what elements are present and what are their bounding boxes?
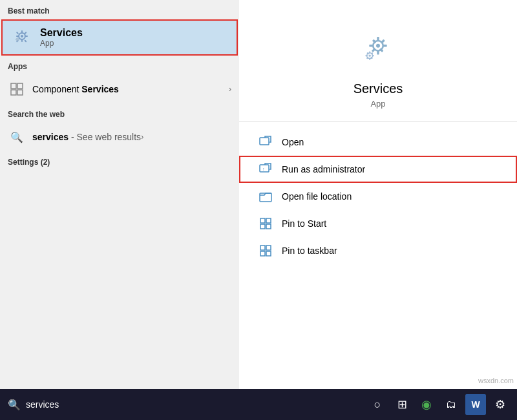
action-pin-to-taskbar[interactable]: Pin to taskbar <box>239 237 517 264</box>
svg-rect-33 <box>369 58 370 59</box>
component-services-icon <box>8 80 26 98</box>
taskbar-file-explorer[interactable]: 🗂 <box>441 394 461 415</box>
svg-rect-44 <box>260 218 265 223</box>
web-search-item[interactable]: 🔍 services - See web results › <box>0 123 239 151</box>
svg-rect-36 <box>371 52 374 55</box>
taskbar-task-view[interactable]: ⊞ <box>392 394 412 415</box>
svg-rect-45 <box>266 218 271 223</box>
svg-rect-50 <box>260 251 265 256</box>
component-services-bold: Services <box>81 84 119 94</box>
svg-rect-47 <box>266 224 271 229</box>
app-detail-panel: Services App Open ↑ Run as admin <box>239 0 517 420</box>
settings-section-label: Settings (2) <box>0 151 239 171</box>
taskbar-search-text: services <box>26 399 59 410</box>
pin-to-start-icon <box>258 216 273 231</box>
search-results: Best match <box>0 0 239 389</box>
svg-rect-48 <box>260 246 265 250</box>
action-open[interactable]: Open <box>239 129 517 156</box>
svg-rect-37 <box>366 57 369 59</box>
svg-text:↑: ↑ <box>262 167 265 171</box>
taskbar-right: ○ ⊞ ◉ 🗂 W ⚙ <box>239 389 517 420</box>
open-label: Open <box>282 137 304 147</box>
services-detail-icon <box>355 26 401 71</box>
svg-rect-40 <box>260 138 269 145</box>
taskbar-search-icon: 🔍 <box>8 399 21 411</box>
component-services-label: Component Services <box>32 84 229 94</box>
apps-section-label: Apps <box>0 56 239 75</box>
svg-point-11 <box>17 39 18 40</box>
svg-rect-46 <box>260 224 265 229</box>
svg-rect-3 <box>21 39 23 42</box>
svg-rect-17 <box>17 83 23 89</box>
svg-point-31 <box>368 54 370 56</box>
web-see-results: - See web results <box>71 132 141 142</box>
best-match-name: Services <box>40 27 83 39</box>
taskbar-search-area[interactable]: 🔍 services <box>8 399 59 411</box>
taskbar-left: 🔍 services <box>0 389 239 420</box>
svg-rect-9 <box>16 32 19 34</box>
action-open-file-location[interactable]: Open file location <box>239 183 517 210</box>
svg-rect-18 <box>11 90 16 95</box>
best-match-type: App <box>40 39 83 48</box>
svg-rect-22 <box>377 37 379 41</box>
best-match-services[interactable]: Services App <box>1 19 238 56</box>
svg-rect-4 <box>25 36 28 37</box>
web-query: services <box>32 132 69 142</box>
action-pin-to-start[interactable]: Pin to Start <box>239 210 517 237</box>
detail-app-name: Services <box>353 81 403 96</box>
services-app-icon <box>9 26 32 49</box>
pin-to-taskbar-label: Pin to taskbar <box>282 246 337 256</box>
run-as-admin-label: Run as administrator <box>282 164 365 174</box>
svg-rect-8 <box>24 39 26 42</box>
component-services-item[interactable]: Component Services › <box>0 75 239 103</box>
svg-rect-16 <box>11 83 16 89</box>
open-file-location-icon <box>258 189 273 204</box>
svg-rect-49 <box>266 246 271 250</box>
best-match-label: Best match <box>0 0 239 19</box>
svg-rect-32 <box>369 51 370 53</box>
web-search-label: Search the web <box>0 103 239 123</box>
search-web-icon: 🔍 <box>8 128 26 146</box>
svg-point-1 <box>21 35 23 37</box>
start-menu-left: Best match <box>0 0 239 420</box>
action-run-as-admin[interactable]: ↑ Run as administrator <box>239 156 517 183</box>
svg-rect-15 <box>16 39 17 39</box>
open-file-location-label: Open file location <box>282 191 352 202</box>
component-services-chevron: › <box>229 85 231 94</box>
svg-rect-12 <box>17 37 17 39</box>
svg-rect-43 <box>260 193 271 202</box>
taskbar-settings[interactable]: ⚙ <box>490 394 511 415</box>
svg-rect-23 <box>377 50 379 54</box>
svg-rect-13 <box>17 40 17 41</box>
pin-to-start-label: Pin to Start <box>282 218 326 229</box>
detail-app-type: App <box>370 99 385 109</box>
watermark: wsxdn.com <box>478 377 514 384</box>
app-detail-header: Services App <box>239 0 517 122</box>
svg-rect-35 <box>365 55 367 56</box>
taskbar-word[interactable]: W <box>465 394 486 415</box>
web-chevron: › <box>141 132 143 142</box>
svg-rect-2 <box>21 30 23 33</box>
run-as-admin-icon: ↑ <box>258 162 273 176</box>
best-match-text: Services App <box>40 27 83 48</box>
svg-rect-51 <box>266 251 271 256</box>
web-search-text: services - See web results <box>32 132 141 142</box>
svg-rect-25 <box>369 45 373 47</box>
action-list: Open ↑ Run as administrator Open file <box>239 122 517 271</box>
svg-rect-5 <box>16 36 19 37</box>
svg-rect-34 <box>372 55 374 56</box>
svg-rect-24 <box>383 45 387 47</box>
svg-rect-29 <box>372 39 377 44</box>
taskbar-search-button[interactable]: ○ <box>367 394 388 415</box>
svg-point-21 <box>376 44 380 48</box>
svg-rect-14 <box>18 39 19 39</box>
taskbar-chrome[interactable]: ◉ <box>416 394 437 415</box>
pin-to-taskbar-icon <box>258 244 273 258</box>
svg-rect-19 <box>17 90 23 95</box>
open-icon <box>258 135 273 149</box>
